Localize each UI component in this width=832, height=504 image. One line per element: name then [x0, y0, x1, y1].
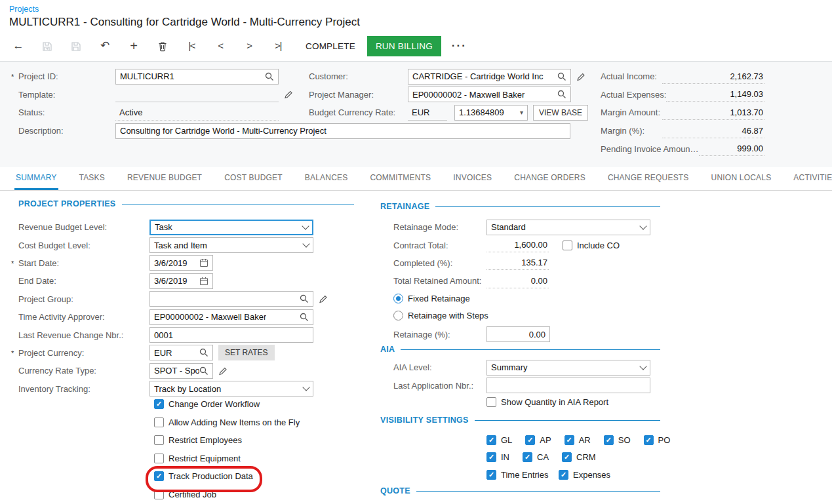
view-base-button[interactable]: VIEW BASE: [533, 105, 588, 121]
checkbox-in[interactable]: ✓IN: [486, 452, 509, 462]
checkbox-po[interactable]: ✓PO: [644, 435, 671, 445]
start-date-field[interactable]: 3/6/2019: [149, 255, 213, 271]
last-application-field[interactable]: [486, 378, 650, 393]
edit-icon[interactable]: [284, 90, 293, 99]
calendar-icon[interactable]: [199, 258, 208, 267]
checkbox-crm[interactable]: ✓CRM: [562, 452, 596, 462]
checkbox-track-production-data[interactable]: ✓Track Production Data: [154, 471, 253, 481]
edit-icon[interactable]: [218, 366, 228, 376]
checkbox-gl[interactable]: ✓GL: [486, 435, 512, 445]
last-application-row: Last Application Nbr.:: [393, 376, 660, 394]
tab-cost-budget[interactable]: COST BUDGET: [223, 167, 284, 190]
go-previous-button[interactable]: <: [206, 35, 235, 57]
tab-balances[interactable]: BALANCES: [304, 167, 349, 190]
delete-record-button[interactable]: [148, 35, 177, 57]
start-date-row: *Start Date: 3/6/2019: [18, 254, 336, 272]
checkbox-ar[interactable]: ✓AR: [565, 435, 591, 445]
checkbox-change-order-workflow[interactable]: ✓Change Order Workflow: [154, 399, 260, 409]
section-title: VISIBILITY SETTINGS: [380, 416, 469, 425]
search-icon[interactable]: [199, 348, 208, 357]
cost-budget-level-select[interactable]: Task and Item: [149, 237, 313, 253]
undo-button[interactable]: ↶: [90, 35, 119, 57]
set-rates-button[interactable]: SET RATES: [218, 345, 275, 360]
checkbox-allow-adding-new-items[interactable]: Allow Adding New Items on the Fly: [154, 417, 300, 427]
inventory-tracking-select[interactable]: Track by Location: [149, 381, 313, 397]
back-button[interactable]: ←: [4, 35, 33, 57]
fixed-retainage-radio[interactable]: Fixed Retainage: [393, 294, 470, 303]
checkbox-label: Restrict Equipment: [168, 454, 241, 463]
search-icon[interactable]: [557, 90, 566, 99]
save-and-close-button[interactable]: [33, 35, 62, 57]
last-revenue-change-field[interactable]: 0001: [149, 327, 313, 343]
edit-icon[interactable]: [576, 72, 585, 81]
tab-commitments[interactable]: COMMITMENTS: [368, 167, 432, 190]
checkbox-so[interactable]: ✓SO: [604, 435, 631, 445]
tab-revenue-budget[interactable]: REVENUE BUDGET: [126, 167, 203, 190]
select-value: Task and Item: [154, 241, 207, 250]
retainage-mode-select[interactable]: Standard: [486, 220, 650, 235]
calendar-icon[interactable]: [199, 277, 208, 286]
complete-button[interactable]: COMPLETE: [298, 36, 363, 56]
project-manager-field[interactable]: EP00000002 - Maxwell Baker: [408, 87, 571, 102]
checkbox-label: PO: [658, 435, 671, 445]
checkbox-box: ✓: [486, 452, 496, 462]
search-icon[interactable]: [265, 72, 274, 81]
checkbox-include-co[interactable]: Include CO: [563, 241, 620, 250]
tab-change-requests[interactable]: CHANGE REQUESTS: [606, 167, 690, 190]
currency-rate-combo[interactable]: 1.13684809 ▾: [454, 105, 528, 121]
time-activity-approver-field[interactable]: EP00000002 - Maxwell Baker: [149, 309, 313, 325]
project-group-field[interactable]: [149, 291, 313, 307]
tab-union-locals[interactable]: UNION LOCALS: [710, 167, 773, 190]
search-icon[interactable]: [300, 313, 309, 322]
radio-label: Fixed Retainage: [408, 294, 470, 303]
checkbox-certified-job[interactable]: Certified Job: [154, 490, 216, 499]
checkbox-box: ✓: [486, 470, 496, 480]
tab-invoices[interactable]: INVOICES: [452, 167, 493, 190]
project-currency-field[interactable]: EUR: [149, 345, 213, 360]
search-icon[interactable]: [557, 72, 566, 81]
search-icon[interactable]: [199, 366, 208, 376]
checkbox-expenses[interactable]: ✓Expenses: [559, 470, 610, 480]
tab-activities[interactable]: ACTIVITIES: [792, 167, 832, 190]
total-retained-label: Total Retained Amount:: [393, 276, 486, 286]
go-next-button[interactable]: >: [235, 35, 264, 57]
template-field[interactable]: [115, 87, 279, 102]
checkbox-restrict-equipment[interactable]: Restrict Equipment: [154, 454, 241, 463]
completed-pct-value: 135.17: [486, 256, 549, 270]
checkbox-restrict-employees[interactable]: Restrict Employees: [154, 435, 242, 445]
tab-summary[interactable]: SUMMARY: [14, 167, 58, 190]
description-field[interactable]: Consulting for Cartridge World - Multi-C…: [115, 123, 570, 139]
checkbox-time-entries[interactable]: ✓Time Entries: [486, 470, 545, 480]
currency-rate-type-field[interactable]: SPOT - Spo: [149, 363, 213, 379]
checkbox-show-quantity[interactable]: Show Quantity in AIA Report: [486, 397, 608, 407]
margin-pct-label: Margin (%):: [601, 126, 644, 136]
checkbox-ap[interactable]: ✓AP: [525, 435, 551, 445]
edit-icon[interactable]: [319, 294, 328, 303]
run-billing-button[interactable]: RUN BILLING: [367, 36, 441, 56]
go-first-button[interactable]: |<: [177, 35, 206, 57]
retainage-pct-field[interactable]: 0.00: [486, 326, 550, 342]
check-icon: ✓: [488, 453, 494, 461]
breadcrumb[interactable]: Projects: [9, 5, 39, 14]
checkbox-label: IN: [501, 452, 509, 462]
project-id-field[interactable]: MULTICURR1: [115, 69, 279, 85]
tab-change-orders[interactable]: CHANGE ORDERS: [513, 167, 587, 190]
end-date-field[interactable]: 3/6/2019: [149, 273, 213, 289]
checkbox-ca[interactable]: ✓CA: [523, 452, 549, 462]
more-actions-button[interactable]: ···: [452, 39, 467, 52]
search-icon[interactable]: [300, 294, 309, 303]
page-title: MULTICURR1 - Consulting for Cartridge Wo…: [9, 16, 360, 29]
save-button[interactable]: [62, 35, 90, 57]
customer-field[interactable]: CARTRIDGE - Cartridge World Inc: [408, 69, 571, 85]
project-group-row: Project Group:: [18, 290, 336, 308]
revenue-budget-level-select[interactable]: Task: [149, 220, 313, 235]
project-currency-label: *Project Currency:: [18, 348, 149, 358]
tab-tasks[interactable]: TASKS: [78, 167, 106, 190]
aia-level-select[interactable]: Summary: [486, 360, 650, 376]
add-record-button[interactable]: +: [119, 35, 148, 57]
retainage-with-steps-radio[interactable]: Retainage with Steps: [393, 311, 488, 320]
go-last-button[interactable]: >|: [264, 35, 292, 57]
retainage-header: RETAINAGE: [380, 202, 660, 211]
budget-currency-field[interactable]: EUR: [408, 105, 447, 121]
inventory-tracking-label: Inventory Tracking:: [18, 384, 149, 394]
